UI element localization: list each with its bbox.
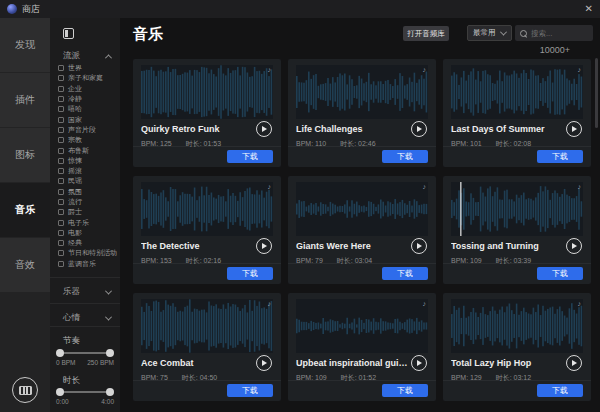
duration-slider-min-handle[interactable] (56, 388, 64, 396)
waveform[interactable]: ♪ (141, 65, 273, 119)
waveform[interactable]: ♪ (296, 182, 428, 236)
instrument-section-header[interactable]: 乐器 (63, 286, 111, 298)
genre-option[interactable]: 宗教 (58, 135, 118, 145)
duration-slider-max-handle[interactable] (106, 388, 114, 396)
genre-option[interactable]: 声音片段 (58, 125, 118, 135)
genre-option[interactable]: 电影 (58, 228, 118, 238)
sidebar-item-plugins[interactable]: 插件 (0, 73, 50, 127)
download-button[interactable]: 下载 (227, 267, 273, 280)
duration-slider-track[interactable] (59, 391, 111, 393)
checkbox-icon[interactable] (58, 106, 64, 112)
genre-option-label: 世界 (68, 63, 82, 73)
checkbox-icon[interactable] (58, 127, 64, 133)
checkbox-icon[interactable] (58, 96, 64, 102)
music-card: ♪ The Detective BPM: 153 时长: 02:16 下载 (133, 176, 281, 284)
checkbox-icon[interactable] (58, 178, 64, 184)
genre-option[interactable]: 氛围 (58, 187, 118, 197)
checkbox-icon[interactable] (58, 250, 64, 256)
genre-option[interactable]: 冷静 (58, 94, 118, 104)
play-button[interactable] (411, 238, 427, 254)
checkbox-icon[interactable] (58, 261, 64, 267)
play-button[interactable] (411, 121, 427, 137)
scrollbar-thumb[interactable] (595, 58, 598, 128)
genre-option[interactable]: 布鲁斯 (58, 145, 118, 155)
genre-option[interactable]: 经典 (58, 238, 118, 248)
sidebar-item-discover[interactable]: 发现 (0, 18, 50, 72)
play-button[interactable] (256, 355, 272, 371)
genre-option[interactable]: 流行 (58, 197, 118, 207)
checkbox-icon[interactable] (58, 75, 64, 81)
sidebar-item-music[interactable]: 音乐 (0, 183, 50, 237)
waveform[interactable]: ♪ (296, 65, 428, 119)
waveform[interactable]: ♪ (451, 182, 583, 236)
music-card: ♪ Quirky Retro Funk BPM: 125 时长: 01:53 下… (133, 59, 281, 167)
download-button[interactable]: 下载 (382, 267, 428, 280)
genre-option[interactable]: 民谣 (58, 176, 118, 186)
genre-option[interactable]: 亲子和家庭 (58, 73, 118, 83)
download-button[interactable]: 下载 (537, 267, 583, 280)
card-divider (288, 380, 436, 381)
waveform-graphic (451, 299, 583, 353)
genre-option[interactable]: 惊悚 (58, 156, 118, 166)
checkbox-icon[interactable] (58, 240, 64, 246)
waveform[interactable]: ♪ (296, 299, 428, 353)
collapse-panel-icon[interactable] (63, 28, 74, 39)
tempo-slider-max-handle[interactable] (106, 349, 114, 357)
waveform[interactable]: ♪ (141, 182, 273, 236)
checkbox-icon[interactable] (58, 158, 64, 164)
card-divider (443, 380, 591, 381)
play-icon (262, 360, 267, 366)
waveform[interactable]: ♪ (451, 65, 583, 119)
waveform[interactable]: ♪ (141, 299, 273, 353)
play-button[interactable] (566, 238, 582, 254)
genre-section-header[interactable]: 流派 (63, 50, 111, 62)
genre-option[interactable]: 摇滚 (58, 166, 118, 176)
sidebar-item-icons[interactable]: 图标 (0, 128, 50, 182)
download-button[interactable]: 下载 (382, 150, 428, 163)
checkbox-icon[interactable] (58, 199, 64, 205)
checkbox-icon[interactable] (58, 168, 64, 174)
tempo-slider-min-handle[interactable] (56, 349, 64, 357)
checkbox-icon[interactable] (58, 86, 64, 92)
tempo-slider-track[interactable] (59, 352, 111, 354)
checkbox-icon[interactable] (58, 189, 64, 195)
music-card: ♪ Giants Were Here BPM: 79 时长: 03:04 下载 (288, 176, 436, 284)
genre-option-label: 宗教 (68, 135, 82, 145)
genre-option[interactable]: 嘻哈 (58, 104, 118, 114)
play-button[interactable] (256, 121, 272, 137)
checkbox-icon[interactable] (58, 148, 64, 154)
checkbox-icon[interactable] (58, 117, 64, 123)
genre-option[interactable]: 节日和特别活动 (58, 248, 118, 258)
piano-button[interactable] (12, 377, 38, 403)
play-button[interactable] (566, 121, 582, 137)
card-divider (288, 146, 436, 147)
waveform[interactable]: ♪ (451, 299, 583, 353)
waveform-graphic (451, 65, 583, 119)
download-button[interactable]: 下载 (537, 384, 583, 397)
music-note-icon: ♪ (423, 300, 427, 307)
genre-option[interactable]: 企业 (58, 84, 118, 94)
genre-option[interactable]: 世界 (58, 63, 118, 73)
genre-option[interactable]: 爵士 (58, 207, 118, 217)
download-button[interactable]: 下载 (537, 150, 583, 163)
genre-option-label: 惊悚 (68, 156, 82, 166)
checkbox-icon[interactable] (58, 230, 64, 236)
genre-option[interactable]: 蓝调音乐 (58, 259, 118, 269)
play-button[interactable] (566, 355, 582, 371)
play-button[interactable] (411, 355, 427, 371)
download-button[interactable]: 下载 (382, 384, 428, 397)
sidebar-item-sound-effects[interactable]: 音效 (0, 238, 50, 292)
genre-option[interactable]: 国家 (58, 114, 118, 124)
checkbox-icon[interactable] (58, 137, 64, 143)
close-icon[interactable]: ✕ (585, 4, 593, 14)
download-button[interactable]: 下载 (227, 384, 273, 397)
genre-option[interactable]: 电子乐 (58, 217, 118, 227)
card-divider (443, 146, 591, 147)
checkbox-icon[interactable] (58, 65, 64, 71)
checkbox-icon[interactable] (58, 220, 64, 226)
card-divider (443, 263, 591, 264)
play-button[interactable] (256, 238, 272, 254)
mood-section-header[interactable]: 心情 (63, 312, 111, 324)
checkbox-icon[interactable] (58, 209, 64, 215)
download-button[interactable]: 下载 (227, 150, 273, 163)
